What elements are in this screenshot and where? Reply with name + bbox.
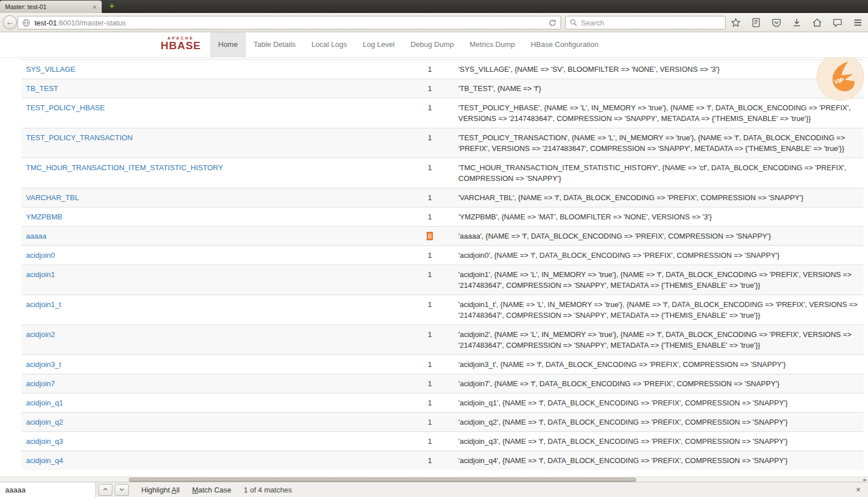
table-name-cell: acidjoin7 (21, 374, 406, 394)
online-regions-cell: 1 (406, 246, 454, 265)
hello-chat-icon[interactable] (831, 17, 843, 29)
table-link[interactable]: acidjoin3_t (26, 360, 61, 369)
find-matches-count: 1 of 4 matches (244, 486, 292, 494)
nav-item-metrics-dump[interactable]: Metrics Dump (462, 32, 523, 57)
table-name-cell: acidjoin3_t (21, 355, 406, 374)
downloads-icon[interactable] (791, 17, 802, 29)
back-button[interactable]: ← (3, 15, 17, 29)
tab-close-icon[interactable]: × (92, 3, 97, 11)
online-regions-value: 1 (428, 399, 432, 407)
table-link[interactable]: acidjoin_q2 (26, 418, 63, 426)
table-description-cell: 'VARCHAR_TBL', {NAME => 'f', DATA_BLOCK_… (454, 188, 863, 208)
nav-item-local-logs[interactable]: Local Logs (303, 32, 355, 57)
horizontal-scrollbar[interactable]: ◂▸ (0, 477, 868, 482)
search-input[interactable] (581, 19, 721, 27)
find-input[interactable] (0, 482, 96, 497)
bookmarks-menu-icon[interactable] (750, 17, 762, 29)
find-match-highlight: 8 (427, 232, 433, 240)
tab-title: Master: test-01 (5, 3, 89, 10)
table-name-cell: acidjoin1 (21, 265, 406, 295)
browser-tab[interactable]: Master: test-01 × (0, 1, 102, 13)
online-regions-value: 1 (428, 270, 432, 279)
table-link[interactable]: SYS_VILLAGE (26, 65, 75, 74)
table-row: TMC_HOUR_TRANSACTION_ITEM_STATISTIC_HIST… (21, 158, 863, 188)
table-link[interactable]: aaaaa (26, 232, 46, 240)
online-regions-cell: 8 (406, 227, 454, 246)
table-link[interactable]: acidjoin1 (26, 270, 55, 279)
table-row: acidjoin21'acidjoin2', {NAME => 'L', IN_… (21, 325, 863, 355)
nav-item-table-details[interactable]: Table Details (246, 32, 303, 57)
online-regions-cell: 1 (406, 79, 454, 98)
table-name-cell: aaaaa (21, 227, 406, 246)
horizontal-scrollbar-thumb[interactable] (129, 478, 636, 482)
table-description-cell: 'TMC_HOUR_TRANSACTION_ITEM_STATISTIC_HIS… (454, 158, 863, 188)
table-link[interactable]: acidjoin1_t (26, 300, 61, 309)
table-link[interactable]: TB_TEST (26, 84, 58, 93)
highlight-all-label-rest: ll (176, 486, 180, 494)
vip-bird-badge: VIP (816, 58, 865, 101)
table-link[interactable]: acidjoin0 (26, 251, 55, 260)
table-description-cell: 'acidjoin1', {NAME => 'L', IN_MEMORY => … (454, 265, 863, 295)
online-regions-cell: 1 (406, 374, 454, 394)
online-regions-cell: 1 (406, 355, 454, 374)
table-row: acidjoin1_t1'acidjoin1_t', {NAME => 'L',… (21, 295, 863, 325)
table-link[interactable]: acidjoin2 (26, 330, 55, 339)
table-link[interactable]: acidjoin7 (26, 379, 55, 388)
table-link[interactable]: TMC_HOUR_TRANSACTION_ITEM_STATISTIC_HIST… (26, 163, 223, 172)
app-menu-icon[interactable] (852, 17, 863, 29)
table-link[interactable]: VARCHAR_TBL (26, 193, 79, 202)
table-row: YMZPBMB1'YMZPBMB', {NAME => 'MAT', BLOOM… (21, 208, 863, 227)
table-description-cell: 'acidjoin_q3', {NAME => 'f', DATA_BLOCK_… (454, 432, 863, 451)
highlight-all-label: Highlight (141, 486, 171, 494)
find-previous-button[interactable] (98, 484, 112, 496)
match-case-toggle[interactable]: Match Case (192, 486, 231, 494)
online-regions-value: 1 (428, 103, 432, 112)
online-regions-value: 1 (428, 437, 432, 446)
table-link[interactable]: acidjoin_q3 (26, 437, 63, 446)
table-description-cell: 'TB_TEST', {NAME => 'f'} (454, 79, 863, 98)
new-tab-button[interactable]: + (105, 1, 119, 12)
table-name-cell: acidjoin1_t (21, 295, 406, 325)
table-name-cell: acidjoin0 (21, 246, 406, 265)
table-link[interactable]: YMZPBMB (26, 213, 62, 221)
table-description-cell: 'acidjoin_q2', {NAME => 'f', DATA_BLOCK_… (454, 413, 863, 432)
table-link[interactable]: TEST_POLICY_TRANSACTION (26, 133, 133, 142)
online-regions-cell: 1 (406, 128, 454, 158)
online-regions-value: 1 (428, 193, 432, 202)
table-link[interactable]: acidjoin_q4 (26, 456, 63, 465)
online-regions-cell: 1 (406, 98, 454, 128)
browser-toolbar: ← test-01 :60010/master-status (0, 13, 868, 32)
nav-item-log-level[interactable]: Log Level (355, 32, 402, 57)
globe-icon (22, 19, 31, 27)
home-icon[interactable] (811, 17, 823, 29)
table-row: acidjoin_q11'acidjoin_q1', {NAME => 'f',… (21, 394, 863, 413)
online-regions-cell: 1 (406, 60, 454, 79)
nav-item-debug-dump[interactable]: Debug Dump (402, 32, 462, 57)
nav-item-hbase-configuration[interactable]: HBase Configuration (523, 32, 606, 57)
nav-item-home[interactable]: Home (210, 32, 246, 57)
table-description-cell: 'acidjoin_q4', {NAME => 'f', DATA_BLOCK_… (454, 451, 863, 470)
highlight-all-toggle[interactable]: Highlight All (141, 486, 180, 494)
online-regions-cell: 1 (406, 265, 454, 295)
table-link[interactable]: acidjoin_q1 (26, 399, 63, 407)
bookmark-star-icon[interactable] (730, 17, 741, 29)
find-next-button[interactable] (115, 484, 129, 496)
user-tables-wrap: SYS_VILLAGE1'SYS_VILLAGE', {NAME => 'SV'… (21, 59, 863, 470)
table-row: acidjoin_q31'acidjoin_q3', {NAME => 'f',… (21, 432, 863, 451)
reload-icon[interactable] (548, 19, 557, 27)
pocket-icon[interactable] (770, 17, 782, 29)
url-bar[interactable]: test-01 :60010/master-status (18, 16, 561, 29)
find-close-icon[interactable]: × (856, 485, 861, 494)
table-name-cell: acidjoin_q2 (21, 413, 406, 432)
table-link[interactable]: TEST_POLICY_HBASE (26, 103, 105, 112)
table-row: TEST_POLICY_HBASE1'TEST_POLICY_HBASE', {… (21, 98, 863, 128)
table-description-cell: 'acidjoin7', {NAME => 'f', DATA_BLOCK_EN… (454, 374, 863, 394)
online-regions-value: 1 (428, 163, 432, 172)
search-bar[interactable] (565, 16, 726, 29)
online-regions-cell: 1 (406, 413, 454, 432)
online-regions-cell: 1 (406, 394, 454, 413)
page-content: VIP SYS_VILLAGE1'SYS_VILLAGE', {NAME => … (0, 58, 868, 477)
online-regions-value: 1 (428, 84, 432, 93)
table-description-cell: 'acidjoin0', {NAME => 'f', DATA_BLOCK_EN… (454, 246, 863, 265)
online-regions-cell: 1 (406, 451, 454, 470)
